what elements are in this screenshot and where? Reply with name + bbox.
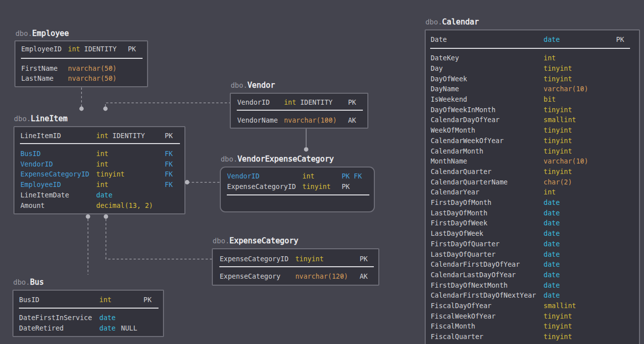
connector-endpoint-dot xyxy=(304,147,309,152)
connector-lineitem-expensecategory[interactable] xyxy=(104,214,212,259)
connector-line[interactable] xyxy=(106,219,212,259)
connector-endpoint-dot xyxy=(79,107,84,111)
connector-lineitem-vendorexpensecategory[interactable] xyxy=(185,180,220,184)
connector-lineitem-bus[interactable] xyxy=(86,214,90,275)
connector-endpoint-dot xyxy=(103,107,108,111)
relationship-lines-layer xyxy=(0,0,644,344)
diagram-canvas: dbo.EmployeeEmployeeIDintIDENTITYPKFirst… xyxy=(0,0,644,344)
connector-line[interactable] xyxy=(106,103,230,106)
connector-vendor-vendorexpensecategory[interactable] xyxy=(304,129,309,152)
connector-endpoint-dot xyxy=(185,180,189,184)
connector-endpoint-dot xyxy=(86,214,90,219)
connector-endpoint-dot xyxy=(104,214,108,219)
connector-lineitem-vendor[interactable] xyxy=(103,103,230,111)
connector-employee-lineitem[interactable] xyxy=(79,87,84,111)
